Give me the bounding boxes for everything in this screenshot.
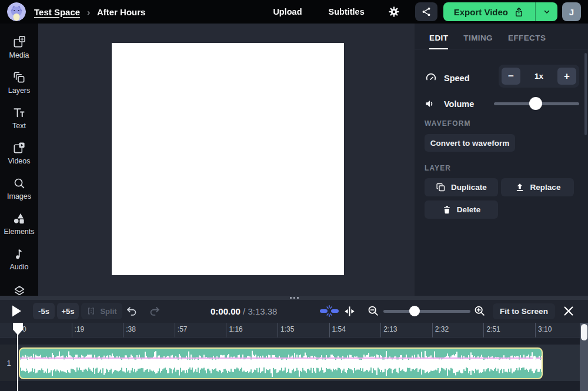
play-icon bbox=[11, 305, 22, 318]
sidebar-item-label: Audio bbox=[10, 263, 29, 271]
export-options-button[interactable] bbox=[535, 2, 557, 21]
sidebar-item-images[interactable]: Images bbox=[0, 176, 38, 200]
timeline-zoom-slider[interactable] bbox=[383, 305, 470, 318]
undo-button[interactable] bbox=[125, 305, 138, 318]
edit-panel: EDIT TIMING EFFECTS Speed − 1x + Volume … bbox=[415, 24, 588, 296]
zoom-in-button[interactable] bbox=[473, 305, 486, 317]
zoom-out-icon bbox=[367, 305, 379, 317]
time-display: 0:00.00 / 3:13.38 bbox=[211, 306, 277, 316]
user-avatar[interactable]: J bbox=[562, 2, 581, 21]
settings-button[interactable] bbox=[388, 6, 400, 18]
panel-scrollbar[interactable] bbox=[584, 53, 587, 135]
speed-value: 1x bbox=[534, 72, 543, 81]
sidebar-item-label: Layers bbox=[8, 86, 31, 95]
replace-upload-icon bbox=[514, 182, 525, 193]
ruler-tick: 2:32 bbox=[432, 323, 433, 337]
play-button[interactable] bbox=[11, 305, 22, 318]
top-bar: Test Space › After Hours Upload Subtitle… bbox=[0, 0, 588, 24]
audio-waveform bbox=[20, 349, 542, 378]
breadcrumb: Test Space › After Hours bbox=[34, 7, 145, 17]
subtitles-button[interactable]: Subtitles bbox=[329, 7, 365, 16]
convert-to-waveform-button[interactable]: Convert to waveform bbox=[425, 134, 515, 152]
shapes-icon bbox=[12, 212, 26, 225]
timeline: 0:19:38:571:161:351:542:132:322:513:10 1 bbox=[0, 323, 588, 391]
timeline-zoom-track[interactable] bbox=[383, 310, 470, 313]
duplicate-label: Duplicate bbox=[451, 183, 487, 192]
volume-icon bbox=[424, 98, 436, 110]
layers-icon bbox=[12, 71, 26, 84]
ruler-tick: 2:51 bbox=[483, 323, 484, 337]
sidebar-item-layers[interactable]: Layers bbox=[0, 71, 38, 95]
chevron-down-icon bbox=[542, 7, 552, 16]
delete-button[interactable]: Delete bbox=[425, 200, 498, 219]
total-time: 3:13.38 bbox=[248, 306, 277, 316]
split-button[interactable]: Split bbox=[81, 303, 122, 319]
forward-5s-button[interactable]: +5s bbox=[57, 303, 79, 319]
timeline-resize-handle[interactable] bbox=[0, 296, 588, 300]
sidebar-item-label: Elements bbox=[4, 228, 34, 236]
search-icon bbox=[12, 176, 26, 190]
ruler-tick: 1:35 bbox=[278, 323, 278, 337]
duplicate-button[interactable]: Duplicate bbox=[425, 178, 498, 196]
ruler-tick: 1:16 bbox=[226, 323, 226, 337]
timeline-ruler[interactable]: 0:19:38:571:161:351:542:132:322:513:10 bbox=[0, 323, 588, 337]
media-add-icon bbox=[12, 35, 26, 49]
split-label: Split bbox=[100, 307, 116, 316]
sidebar-item-media[interactable]: Media bbox=[0, 35, 38, 59]
audio-clip[interactable] bbox=[19, 347, 543, 379]
current-time: 0:00.00 bbox=[211, 306, 240, 316]
rewind-5s-button[interactable]: -5s bbox=[33, 303, 55, 319]
track-number: 1 bbox=[0, 345, 18, 381]
timeline-toolbar: -5s +5s Split 0:00.00 / 3:13.38 bbox=[0, 300, 588, 323]
clip-volume-line[interactable] bbox=[20, 357, 542, 359]
left-sidebar: Media Layers Text Videos Images bbox=[0, 24, 38, 296]
sidebar-item-elements[interactable]: Elements bbox=[0, 212, 38, 236]
export-group: Export Video bbox=[443, 2, 557, 21]
sidebar-item-videos[interactable]: Videos bbox=[0, 141, 38, 165]
sidebar-item-label: Images bbox=[7, 192, 31, 200]
volume-label: Volume bbox=[444, 99, 474, 109]
clip-trim-handle-right[interactable] bbox=[533, 356, 536, 371]
text-icon bbox=[12, 106, 26, 119]
export-video-button[interactable]: Export Video bbox=[443, 2, 535, 21]
sidebar-item-label: Text bbox=[12, 122, 26, 130]
video-canvas[interactable] bbox=[112, 43, 344, 275]
volume-slider[interactable] bbox=[494, 96, 579, 111]
redo-button[interactable] bbox=[148, 305, 161, 318]
replace-button[interactable]: Replace bbox=[501, 178, 574, 196]
snapping-toggle[interactable] bbox=[319, 305, 339, 317]
clip-trim-handle-left[interactable] bbox=[25, 356, 29, 371]
breadcrumb-workspace[interactable]: Test Space bbox=[34, 7, 80, 17]
tab-effects[interactable]: EFFECTS bbox=[508, 34, 546, 49]
speed-increase-button[interactable]: + bbox=[557, 68, 576, 85]
ruler-tick: :57 bbox=[175, 323, 175, 337]
convert-to-waveform-label: Convert to waveform bbox=[430, 139, 509, 148]
stage-area bbox=[38, 24, 415, 296]
export-video-label: Export Video bbox=[454, 7, 508, 17]
sidebar-item-label: Videos bbox=[8, 157, 31, 165]
share-icon bbox=[421, 6, 432, 17]
music-note-icon bbox=[12, 247, 26, 260]
volume-slider-thumb[interactable] bbox=[529, 97, 542, 110]
sidebar-item-text[interactable]: Text bbox=[0, 106, 38, 130]
close-timeline-button[interactable] bbox=[562, 305, 575, 318]
breadcrumb-project[interactable]: After Hours bbox=[97, 7, 146, 17]
timeline-scrollbar[interactable] bbox=[580, 323, 588, 391]
timeline-zoom-thumb[interactable] bbox=[409, 306, 420, 316]
tab-edit[interactable]: EDIT bbox=[429, 34, 448, 49]
sidebar-item-label: Media bbox=[9, 51, 29, 59]
zoom-out-button[interactable] bbox=[367, 305, 379, 317]
sidebar-item-audio[interactable]: Audio bbox=[0, 247, 38, 271]
tab-timing[interactable]: TIMING bbox=[463, 34, 493, 49]
workspace-logo[interactable] bbox=[7, 2, 26, 21]
share-button[interactable] bbox=[415, 2, 437, 21]
replace-label: Replace bbox=[530, 183, 561, 192]
upload-button[interactable]: Upload bbox=[273, 7, 302, 16]
split-view-button[interactable] bbox=[343, 305, 356, 318]
timeline-scrollbar-thumb[interactable] bbox=[581, 324, 587, 340]
more-items-icon bbox=[12, 283, 26, 296]
snap-icon bbox=[319, 305, 339, 317]
ruler-tick: :19 bbox=[72, 323, 72, 337]
speed-decrease-button[interactable]: − bbox=[502, 68, 520, 85]
fit-to-screen-button[interactable]: Fit to Screen bbox=[493, 303, 555, 319]
